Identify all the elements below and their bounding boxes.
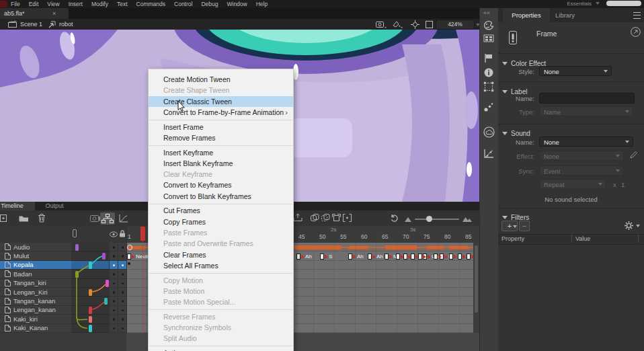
zoom-out-icon[interactable] — [405, 217, 411, 222]
tab-output[interactable]: Output — [38, 202, 71, 210]
context-item-convert-to-blank-keyframes[interactable]: Convert to Blank Keyframes — [149, 191, 293, 202]
keyframe-label-ah[interactable]: Ah — [368, 252, 383, 261]
menu-debug[interactable]: Debug — [201, 1, 218, 7]
menu-control[interactable]: Control — [174, 1, 192, 7]
visibility-column-eye-icon[interactable] — [110, 231, 118, 237]
context-item-convert-to-keyframes[interactable]: Convert to Keyframes — [149, 180, 293, 190]
keyframe-label-ah[interactable]: Ah — [348, 252, 364, 261]
layer-visibility-dot[interactable] — [113, 255, 116, 258]
onion-skin-outline-icon[interactable] — [321, 214, 330, 222]
layer-color-tag[interactable] — [89, 262, 92, 269]
zoom-level-dropdown[interactable]: 424% — [436, 20, 475, 30]
creative-cloud-icon[interactable] — [483, 126, 494, 137]
zoom-slider-knob[interactable] — [426, 216, 432, 222]
context-item-cut-frames[interactable]: Cut Frames — [149, 205, 293, 216]
layer-visibility-dot[interactable] — [113, 264, 116, 267]
layer-lock-dot[interactable] — [122, 309, 124, 312]
layer-color-tag[interactable] — [75, 244, 79, 251]
layer-visibility-dot[interactable] — [113, 246, 116, 249]
style-dropdown[interactable]: None — [539, 66, 612, 76]
motion-graph-icon[interactable] — [483, 149, 494, 159]
layer-lock-dot[interactable] — [122, 273, 124, 276]
lock-column-icon[interactable] — [119, 230, 126, 237]
context-item-create-motion-tween[interactable]: Create Motion Tween — [149, 74, 293, 85]
menu-view[interactable]: View — [47, 1, 59, 7]
tab-timeline[interactable]: Timeline — [0, 202, 35, 210]
context-item-convert-to-frame-by-frame-animation[interactable]: Convert to Frame-by-Frame Animation› — [149, 107, 293, 118]
brush-dots-icon[interactable] — [483, 102, 494, 112]
layer-lock-dot[interactable] — [122, 318, 124, 321]
center-frame-icon[interactable] — [411, 20, 419, 29]
layer-visibility-dot[interactable] — [113, 282, 116, 285]
document-tab[interactable]: ab5.fla* — [0, 8, 69, 19]
menu-window[interactable]: Window — [227, 1, 247, 7]
pencil-icon[interactable] — [629, 151, 638, 159]
context-item-remove-frames[interactable]: Remove Frames — [149, 132, 293, 143]
layer-lock-dot[interactable] — [122, 291, 124, 294]
scrollbar-thumb[interactable] — [475, 245, 478, 313]
menu-help[interactable]: Help — [256, 1, 268, 7]
context-item-insert-keyframe[interactable]: Insert Keyframe — [149, 147, 293, 158]
panel-menu-icon[interactable] — [633, 12, 641, 19]
new-folder-icon[interactable] — [19, 214, 29, 222]
keyframe-label-ah[interactable]: Ah — [296, 252, 312, 261]
export-icon[interactable] — [293, 213, 303, 222]
add-filter-button[interactable]: + — [501, 221, 518, 231]
keyframe-label-s[interactable]: S — [320, 252, 332, 261]
keyframe-marker[interactable] — [449, 252, 457, 261]
search-input[interactable] — [606, 1, 641, 6]
keyframe-marker[interactable] — [458, 252, 466, 261]
filter-options-gear-icon[interactable] — [624, 221, 634, 231]
menu-commands[interactable]: Commands — [136, 1, 165, 7]
flag-icon[interactable] — [483, 53, 494, 64]
camera-icon[interactable] — [90, 214, 101, 222]
tab-library[interactable]: Library — [555, 8, 575, 22]
menu-modify[interactable]: Modify — [91, 1, 108, 7]
context-item-actions[interactable]: Actions — [149, 348, 293, 351]
collapse-panels-icon[interactable]: «« — [483, 9, 490, 16]
help-arrow-icon[interactable] — [631, 27, 641, 37]
layer-lock-dot[interactable] — [122, 282, 124, 285]
layer-row-kaki-kiri[interactable]: Kaki_kiri — [0, 315, 126, 323]
layer-visibility-dot[interactable] — [113, 318, 116, 321]
layer-row-audio[interactable]: Audio — [0, 243, 126, 251]
context-item-select-all-frames[interactable]: Select All Frames — [149, 260, 293, 271]
playhead[interactable] — [140, 227, 145, 241]
tab-properties[interactable]: Properties — [503, 8, 550, 22]
layer-color-tag[interactable] — [75, 271, 79, 278]
layer-color-tag[interactable] — [89, 316, 92, 323]
layer-row-tangan-kanan[interactable]: Tangan_kanan — [0, 297, 126, 305]
edit-multiple-frames-icon[interactable] — [332, 214, 341, 222]
new-layer-icon[interactable] — [0, 214, 8, 223]
loop-icon[interactable] — [390, 214, 399, 223]
layer-row-tangan-kiri[interactable]: Tangan_kiri — [0, 279, 126, 288]
context-item-clear-frames[interactable]: Clear Frames — [149, 249, 293, 260]
repeat-count-value[interactable]: 1 — [621, 181, 625, 188]
layer-lock-dot[interactable] — [122, 327, 124, 330]
swatches-icon[interactable] — [483, 34, 494, 44]
layer-visibility-dot[interactable] — [113, 300, 116, 303]
layer-visibility-dot[interactable] — [113, 291, 116, 294]
keyframe-marker[interactable] — [418, 252, 426, 261]
breadcrumb-scene[interactable]: Scene 1 — [20, 19, 42, 30]
menu-edit[interactable]: Edit — [29, 1, 39, 7]
menu-file[interactable]: File — [11, 1, 20, 7]
remove-filter-button[interactable]: − — [519, 221, 530, 231]
context-item-insert-blank-keyframe[interactable]: Insert Blank Keyframe — [149, 158, 293, 169]
zoom-in-icon[interactable] — [462, 214, 472, 222]
layer-lock-dot[interactable] — [122, 255, 124, 258]
layer-row-kaki-kanan[interactable]: Kaki_Kanan — [0, 324, 126, 333]
layer-lock-dot[interactable] — [122, 246, 124, 249]
clip-content-icon[interactable] — [426, 21, 433, 28]
layer-color-tag[interactable] — [102, 253, 106, 260]
layer-row-kepala[interactable]: Kepala — [0, 261, 126, 270]
sound-name-dropdown[interactable]: None — [539, 136, 633, 147]
keyframe-marker[interactable] — [434, 252, 442, 261]
layer-visibility-dot[interactable] — [113, 273, 116, 276]
modify-markers-icon[interactable] — [343, 214, 352, 222]
onion-skin-icon[interactable] — [311, 214, 319, 222]
layer-color-tag[interactable] — [89, 325, 92, 332]
close-tab-icon[interactable]: × — [52, 8, 56, 19]
palette-icon[interactable] — [483, 20, 494, 31]
menu-insert[interactable]: Insert — [69, 1, 83, 7]
